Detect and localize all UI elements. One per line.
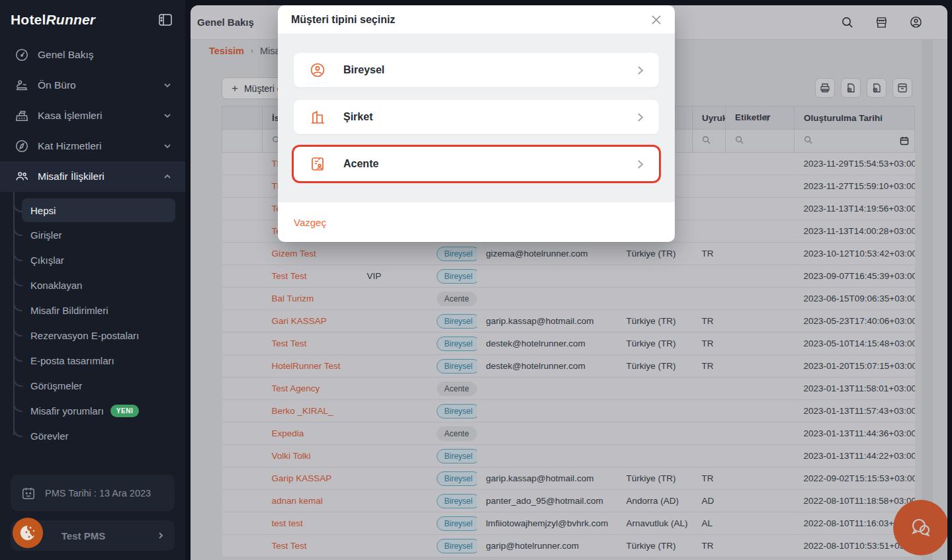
sidebar-subitem[interactable]: Görevler bbox=[22, 423, 175, 448]
option-sirket[interactable]: Şirket bbox=[294, 100, 659, 134]
cash-register-icon bbox=[15, 108, 29, 123]
sidebar-subitem[interactable]: Girişler bbox=[22, 222, 175, 247]
sidebar-subitem[interactable]: Görüşmeler bbox=[22, 373, 175, 398]
sidebar-subitem[interactable]: Misafir Bildirimleri bbox=[22, 298, 175, 323]
sidebar-collapse-icon[interactable] bbox=[159, 14, 172, 26]
sidebar-item-on-buro[interactable]: Ön Büro bbox=[0, 70, 185, 100]
sidebar-item-label: Misafir İlişkileri bbox=[38, 171, 163, 182]
option-bireysel[interactable]: Bireysel bbox=[294, 53, 659, 87]
chevron-up-icon bbox=[163, 172, 172, 181]
sidebar-subitem[interactable]: Hepsi bbox=[22, 198, 175, 222]
sidebar-item-label: Ön Büro bbox=[38, 79, 163, 91]
sidebar-item-kasa-islemleri[interactable]: Kasa İşlemleri bbox=[0, 100, 185, 131]
sidebar-item-genel-bakis[interactable]: Genel Bakış bbox=[0, 40, 185, 70]
calendar-smile-icon bbox=[21, 486, 36, 500]
sidebar-item-label: Genel Bakış bbox=[38, 49, 172, 61]
gauge-icon bbox=[15, 48, 29, 62]
agency-card-icon bbox=[310, 156, 325, 172]
sidebar-item-label: Kat Hizmetleri bbox=[38, 140, 163, 152]
guests-icon bbox=[15, 169, 29, 184]
sidebar-item-label: Kasa İşlemleri bbox=[38, 110, 163, 122]
modal-title: Müşteri tipini seçiniz bbox=[291, 14, 395, 26]
building-icon bbox=[310, 109, 325, 125]
sidebar-subitem[interactable]: Rezervasyon E-postaları bbox=[22, 323, 175, 348]
sidebar-item-misafir-iliskileri[interactable]: Misafir İlişkileri bbox=[0, 161, 185, 192]
cancel-button[interactable]: Vazgeç bbox=[294, 217, 326, 228]
sidebar-item-kat-hizmetleri[interactable]: Kat Hizmetleri bbox=[0, 131, 185, 161]
guest-relations-submenu: Hepsi Girişler Çıkışlar Konaklayan Misaf… bbox=[0, 192, 185, 448]
sidebar-subitem[interactable]: Konaklayan bbox=[22, 272, 175, 298]
sidebar-subitem[interactable]: E-posta tasarımları bbox=[22, 348, 175, 373]
housekeeping-icon bbox=[15, 139, 29, 153]
chevron-right-icon bbox=[634, 112, 646, 123]
hotelrunner-logo: HotelRunner bbox=[11, 12, 95, 28]
new-badge: YENI bbox=[110, 405, 139, 417]
option-acente[interactable]: Acente bbox=[294, 147, 659, 181]
close-icon[interactable] bbox=[651, 15, 662, 25]
sidebar: HotelRunner Genel Bakış Ön Büro Kasa İşl… bbox=[0, 0, 185, 560]
customer-type-modal: Müşteri tipini seçiniz Bireysel Şirket A… bbox=[278, 5, 675, 242]
cookie-avatar bbox=[13, 518, 43, 548]
chevron-down-icon bbox=[163, 81, 172, 90]
sidebar-subitem[interactable]: Çıkışlar bbox=[22, 247, 175, 272]
chevron-right-icon bbox=[634, 159, 646, 170]
pms-switcher[interactable]: Test PMS bbox=[11, 520, 175, 551]
chevron-right-icon bbox=[634, 65, 646, 76]
person-circle-icon bbox=[310, 62, 325, 78]
sidebar-subitem[interactable]: Misafir yorumları YENI bbox=[22, 398, 175, 423]
pms-date-label: PMS Tarihi : 13 Ara 2023 bbox=[45, 488, 151, 499]
pms-date-box: PMS Tarihi : 13 Ara 2023 bbox=[11, 475, 175, 511]
chevron-down-icon bbox=[163, 111, 172, 120]
front-desk-icon bbox=[15, 78, 29, 93]
chevron-right-icon bbox=[156, 531, 165, 540]
chevron-down-icon bbox=[163, 141, 172, 151]
